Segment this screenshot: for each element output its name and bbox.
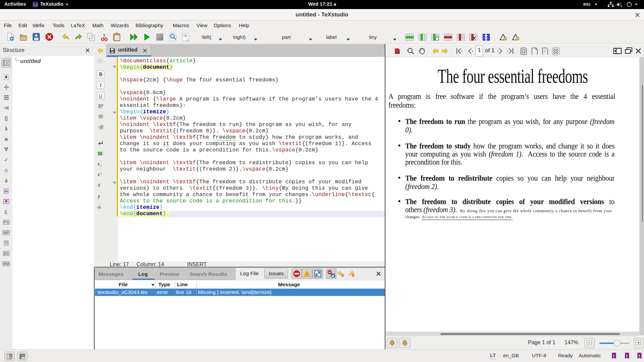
svg-text:2: 2	[626, 354, 628, 357]
svg-text:3: 3	[638, 354, 640, 357]
svg-text:x: x	[621, 5, 623, 8]
svg-text:log: log	[183, 34, 187, 37]
svg-text:1: 1	[613, 354, 614, 357]
svg-text:1: 1	[523, 50, 525, 53]
